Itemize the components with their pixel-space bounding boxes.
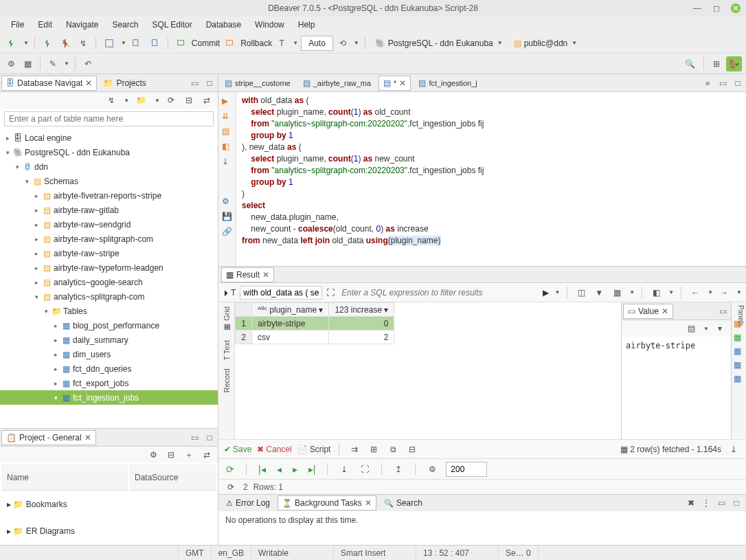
editor-tab[interactable]: ▤ *✕ <box>378 76 411 91</box>
menu-file[interactable]: File <box>5 19 30 31</box>
page-size-input[interactable] <box>446 462 487 477</box>
minimize-icon[interactable]: ▭ <box>716 304 730 319</box>
commit-label[interactable]: Commit <box>192 38 220 48</box>
recent-sql-icon[interactable] <box>147 36 162 51</box>
sql-editor[interactable]: with old_data as ( select plugin_name, c… <box>236 92 746 266</box>
query-preview[interactable] <box>240 286 322 300</box>
search-icon[interactable]: 🔍 <box>682 56 698 71</box>
nav-tab[interactable]: 🗄 Database Navigat ✕ <box>1 76 97 91</box>
tree-filter-input[interactable] <box>4 111 214 126</box>
maximize-icon[interactable]: □ <box>203 430 216 445</box>
results-grid[interactable]: ᴬᴮᶜ plugin_name ▾123 increase ▾1airbyte-… <box>235 302 621 439</box>
error-log-tab[interactable]: ⚠ Error Log <box>221 495 275 511</box>
auto-button[interactable]: Auto <box>301 36 333 51</box>
script-button[interactable]: 📄 Script <box>297 445 331 454</box>
menu-help[interactable]: Help <box>293 19 321 31</box>
maximize-button[interactable]: ◻ <box>712 3 721 13</box>
project-row[interactable]: ▸ 📁 Bookmarks <box>1 492 216 517</box>
result-tab[interactable]: ▦ Result ✕ <box>221 267 274 282</box>
disconnect-icon[interactable] <box>58 36 74 51</box>
tree-node[interactable]: ▸▤airbyte-raw~typeform-leadgen <box>0 260 218 275</box>
menu-search[interactable]: Search <box>106 19 144 31</box>
collapse-icon[interactable]: ⊟ <box>182 93 196 108</box>
tree-node[interactable]: ▸▤airbyte-raw~sendgrid <box>0 217 218 232</box>
export-icon[interactable]: ⤓ <box>727 442 741 457</box>
tree-node[interactable]: ▾🐘PostgreSQL - ddn Eukanuba <box>0 145 218 159</box>
export-result-icon[interactable]: ↥ <box>392 462 405 477</box>
dup-row-icon[interactable]: ⧉ <box>386 442 400 457</box>
column-header[interactable]: 123 increase ▾ <box>329 303 394 317</box>
erase-icon[interactable]: ◫ <box>574 285 588 300</box>
gear-icon[interactable]: ⚙ <box>425 462 439 477</box>
query-preview-icon[interactable]: ⏵T <box>223 288 236 298</box>
execute-script-icon[interactable]: ⇊ <box>222 111 233 122</box>
dropdown-icon[interactable]: ▼ <box>23 40 29 46</box>
project-tab[interactable]: 📋 Project - General ✕ <box>1 430 96 445</box>
collapse-icon[interactable]: ⊟ <box>164 447 178 462</box>
tree-node[interactable]: ▸▤airbyte-fivetran-reports~stripe <box>0 188 218 203</box>
close-icon[interactable]: ✕ <box>262 270 269 280</box>
prev-icon[interactable]: ◂ <box>275 464 284 475</box>
project-row[interactable]: ▸ 📁 ER Diagrams <box>1 519 216 544</box>
record-mode[interactable]: Record <box>223 364 231 396</box>
reexec-icon[interactable]: ⟳ <box>224 480 238 495</box>
sql-editor-icon[interactable] <box>102 36 117 51</box>
more-tabs-icon[interactable]: » <box>701 76 714 91</box>
commit-button[interactable] <box>174 36 189 51</box>
panel-icon[interactable]: ▦ <box>734 360 745 371</box>
panel-icon[interactable]: ▦ <box>734 374 745 385</box>
execute-icon[interactable]: ▶ <box>222 96 233 107</box>
minimize-icon[interactable]: ▭ <box>188 430 201 445</box>
value-tab[interactable]: ▭ Value ✕ <box>623 304 673 319</box>
close-button[interactable]: ✕ <box>731 3 741 13</box>
filter-icon[interactable]: ▼ <box>592 285 606 300</box>
link-icon[interactable]: ⇄ <box>200 447 214 462</box>
clear-icon[interactable]: ✖ <box>684 495 698 511</box>
table-row[interactable]: 2csv2 <box>236 331 394 344</box>
background-tasks-tab[interactable]: ⏳ Background Tasks ✕ <box>278 495 376 511</box>
invalidate-icon[interactable]: ↯ <box>76 36 90 51</box>
tree-node[interactable]: ▸▤airbyte-raw~splitgraph-com <box>0 232 218 246</box>
first-icon[interactable]: |◂ <box>256 464 268 475</box>
filter-expression-input[interactable] <box>339 286 539 300</box>
menu-edit[interactable]: Edit <box>32 19 58 31</box>
execute-new-tab-icon[interactable]: ▤ <box>222 126 233 137</box>
minimize-icon[interactable]: ▭ <box>714 495 728 511</box>
fwd-arrow-icon[interactable]: → <box>717 285 731 300</box>
tx-mode-icon[interactable]: T <box>275 36 289 51</box>
editor-tab[interactable]: ▤ _airbyte_raw_ma <box>298 76 376 91</box>
grid-mode[interactable]: ▦ Grid <box>222 302 231 336</box>
panel-icon[interactable]: ▦ <box>734 319 745 330</box>
editor-tab[interactable]: ▤ stripe__custome <box>220 76 295 91</box>
link-icon[interactable]: ⇄ <box>200 93 214 108</box>
close-icon[interactable]: ✕ <box>662 306 668 316</box>
menu-window[interactable]: Window <box>249 19 290 31</box>
menu-database[interactable]: Database <box>201 19 247 31</box>
gear-icon[interactable]: ⚙ <box>222 197 233 208</box>
apply-filter-icon[interactable]: ▶ <box>543 288 549 298</box>
expand-icon[interactable]: ⛶ <box>326 288 335 298</box>
tree-node[interactable]: ▸▤airbyte-raw~stripe <box>0 246 218 260</box>
fetch-all-icon[interactable]: ⛶ <box>358 462 372 477</box>
tree-node[interactable]: ▾▤analytics~splitgraph-com <box>0 289 218 304</box>
table-row[interactable]: 1airbyte-stripe0 <box>236 317 394 331</box>
panel-icon[interactable]: ▦ <box>734 346 745 357</box>
del-row-icon[interactable]: ⊟ <box>405 442 419 457</box>
tree-node[interactable]: ▸▦daily_summary <box>0 333 218 347</box>
database-tree[interactable]: ▸🗄Local engine▾🐘PostgreSQL - ddn Eukanub… <box>0 129 218 428</box>
tree-node[interactable]: ▸▤airbyte-raw~gitlab <box>0 203 218 217</box>
tree-node[interactable]: ▸▤analytics~google-search <box>0 275 218 289</box>
close-icon[interactable]: ✕ <box>84 433 91 443</box>
schema-selector[interactable]: ▤ public@ddn ▼ <box>510 38 581 48</box>
search-tab[interactable]: 🔍 Search <box>379 495 427 511</box>
cancel-button[interactable]: ✖ Cancel <box>257 445 291 454</box>
refresh-icon[interactable]: ⟳ <box>164 93 178 108</box>
dbeaver-icon[interactable]: 🦫 <box>726 56 742 71</box>
new-conn-icon[interactable]: ↯ <box>104 93 118 108</box>
menu-icon[interactable]: ⋮ <box>699 495 713 511</box>
rollback-label[interactable]: Rollback <box>240 38 272 48</box>
minimize-icon[interactable]: ▭ <box>716 76 730 91</box>
tree-node[interactable]: ▸🗄Local engine <box>0 131 218 145</box>
edit-row-icon[interactable]: ⇉ <box>348 442 361 457</box>
value-menu-icon[interactable]: ▾ <box>713 321 727 336</box>
